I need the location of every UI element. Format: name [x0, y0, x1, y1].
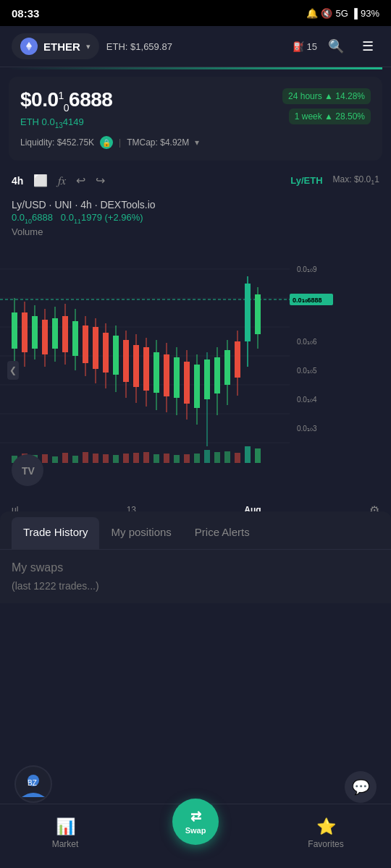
undo-icon[interactable]: ↩	[76, 174, 85, 187]
svg-rect-29	[103, 333, 109, 373]
date-aug: Aug	[244, 505, 261, 511]
eth-icon	[20, 38, 38, 55]
swap-button[interactable]: ⇄ Swap	[172, 799, 219, 845]
liquidity-row: Liquidity: $452.75K 🔒 | TMCap: $4.92M ▾	[20, 136, 371, 149]
candle-icon[interactable]: ⬜	[33, 174, 48, 187]
status-icons: 🔔 🔇 5G ▐ 93%	[306, 8, 379, 19]
svg-rect-43	[174, 357, 180, 398]
svg-rect-82	[235, 453, 240, 463]
price-value: $0.0106888	[20, 88, 112, 114]
svg-rect-53	[224, 350, 230, 385]
svg-rect-66	[72, 456, 78, 463]
floating-avatar[interactable]: BZ	[14, 765, 52, 803]
svg-rect-72	[133, 453, 139, 463]
chart-volume: Volume	[12, 226, 379, 237]
search-button[interactable]: 🔍	[324, 35, 348, 58]
svg-rect-13	[22, 312, 28, 352]
token-selector[interactable]: ETHER ▾	[12, 33, 99, 59]
svg-text:BZ: BZ	[28, 779, 37, 787]
svg-rect-80	[214, 452, 220, 463]
chart-toolbar: 4h ⬜ 𝑓𝑥 ↩ ↪ Ly/ETH Max: $0.011	[0, 168, 391, 193]
eth-price-display: ETH: $1,659.87	[106, 41, 285, 52]
swap-arrows-icon: ⇄	[190, 809, 201, 825]
svg-rect-83	[245, 446, 251, 463]
svg-text:0.0₁₀9: 0.0₁₀9	[297, 265, 317, 273]
nav-swap[interactable]: ⇄ Swap	[130, 810, 261, 856]
bottom-nav: 📊 Market ⇄ Swap ⭐ Favorites	[0, 804, 391, 868]
svg-rect-76	[174, 455, 180, 463]
chart-price-info: 0.0106888 0.0111979 (+2.96%)	[12, 212, 379, 225]
indicators-icon[interactable]: 𝑓𝑥	[58, 174, 66, 187]
nav-icons: 🔍 ☰	[324, 35, 379, 58]
gas-info: ⛽ 15	[293, 41, 317, 52]
svg-rect-39	[154, 352, 159, 393]
tab-row: Trade History My positions Price Alerts	[0, 511, 391, 550]
battery-icon: 93%	[361, 8, 379, 19]
date-axis: ul 13 Aug ⚙	[0, 501, 391, 511]
chart-canvas: 0.0₁₀9 0.0₁₀8 0.0₁₀6 0.0₁₀5 0.0₁₀4 0.0₁₀…	[0, 240, 391, 501]
svg-rect-23	[72, 321, 78, 356]
market-label: Market	[52, 839, 79, 849]
svg-rect-71	[123, 454, 129, 463]
svg-rect-19	[52, 318, 58, 349]
bottom-tabs-section: Trade History My positions Price Alerts …	[0, 511, 391, 603]
svg-rect-59	[255, 294, 261, 334]
token-name: ETHER	[43, 41, 80, 53]
svg-rect-84	[255, 448, 261, 463]
svg-rect-57	[245, 284, 251, 341]
expand-icon: ▾	[195, 137, 199, 148]
top-nav: ETHER ▾ ETH: $1,659.87 ⛽ 15 🔍 ☰	[0, 26, 391, 67]
svg-rect-21	[62, 316, 68, 352]
tradingview-logo: TV	[12, 454, 43, 486]
settings-gear-icon[interactable]: ⚙	[369, 503, 379, 511]
svg-rect-25	[83, 326, 88, 363]
nav-market[interactable]: 📊 Market	[0, 817, 130, 849]
svg-rect-77	[184, 454, 190, 463]
svg-text:0.0₁₀6888: 0.0₁₀6888	[293, 297, 322, 304]
redo-icon[interactable]: ↪	[96, 174, 105, 187]
svg-rect-63	[42, 454, 48, 463]
gas-icon: ⛽	[293, 41, 304, 52]
svg-rect-67	[83, 452, 88, 463]
tab-my-positions[interactable]: My positions	[99, 517, 182, 549]
accent-line	[9, 67, 382, 69]
svg-text:0.0₁₀3: 0.0₁₀3	[297, 425, 317, 433]
chart-info: Ly/USD · UNI · 4h · DEXTools.io 0.010688…	[0, 193, 391, 240]
network-icon: 5G	[335, 8, 348, 19]
svg-text:TV: TV	[22, 465, 35, 477]
svg-rect-47	[194, 365, 200, 408]
svg-text:0.0₁₀5: 0.0₁₀5	[297, 367, 317, 375]
menu-button[interactable]: ☰	[356, 35, 379, 58]
svg-rect-78	[194, 454, 200, 463]
svg-rect-15	[32, 316, 38, 349]
candlestick-svg: 0.0₁₀9 0.0₁₀8 0.0₁₀6 0.0₁₀5 0.0₁₀4 0.0₁₀…	[0, 240, 333, 472]
tmcap-label: TMCap: $4.92M	[127, 137, 189, 148]
last-trades-info: (last 1222 trades...)	[12, 580, 379, 592]
svg-rect-65	[62, 453, 68, 463]
svg-rect-37	[143, 347, 149, 391]
chart-area: Ly/USD · UNI · 4h · DEXTools.io 0.010688…	[0, 193, 391, 511]
eth-sub-price: ETH 0.0134149	[20, 116, 112, 129]
tab-price-alerts[interactable]: Price Alerts	[183, 517, 261, 549]
svg-rect-51	[214, 357, 220, 393]
floating-chat-button[interactable]: 💬	[345, 771, 377, 803]
change-24h-badge: 24 hours ▲ 14.28%	[282, 88, 371, 104]
tab-trade-history[interactable]: Trade History	[12, 517, 99, 549]
price-main: $0.0106888 ETH 0.0134149 24 hours ▲ 14.2…	[20, 88, 371, 129]
separator: |	[119, 137, 121, 148]
pair-label[interactable]: Ly/ETH	[115, 175, 322, 186]
expand-handle[interactable]: ❮	[7, 361, 19, 380]
timeframe-selector[interactable]: 4h	[12, 175, 23, 187]
svg-rect-70	[113, 455, 119, 463]
gas-value: 15	[307, 41, 317, 52]
nav-favorites[interactable]: ⭐ Favorites	[261, 817, 391, 849]
svg-rect-79	[204, 450, 210, 463]
price-left: $0.0106888 ETH 0.0134149	[20, 88, 112, 129]
svg-rect-55	[235, 341, 240, 378]
alarm-icon: 🔔	[306, 8, 318, 19]
svg-rect-75	[164, 454, 169, 463]
svg-rect-73	[143, 452, 149, 463]
date-13: 13	[127, 505, 136, 511]
signal-icon: ▐	[351, 8, 358, 19]
svg-text:0.0₁₀4: 0.0₁₀4	[297, 396, 317, 404]
